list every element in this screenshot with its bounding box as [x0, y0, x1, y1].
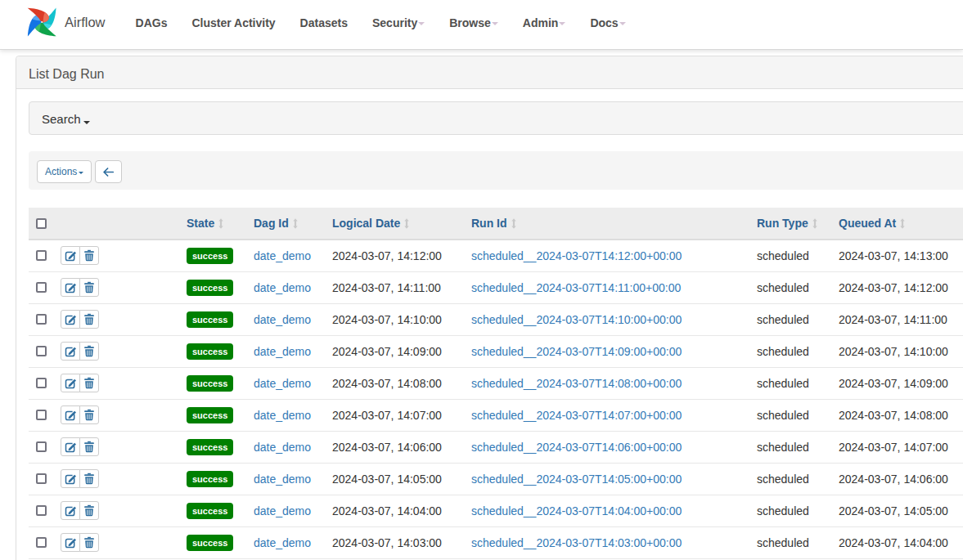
- column-header-label: Run Id: [471, 217, 507, 230]
- queued-at-cell: 2024-03-07, 14:11:00: [832, 303, 963, 335]
- edit-record-button[interactable]: [61, 437, 80, 456]
- row-checkbox[interactable]: [36, 378, 47, 388]
- table-row: successdate_demo2024-03-07, 14:09:00sche…: [29, 335, 963, 367]
- row-checkbox[interactable]: [36, 282, 47, 293]
- column-header-run-id[interactable]: Run Id: [465, 208, 750, 240]
- nav-item-docs[interactable]: Docs: [578, 0, 637, 43]
- search-dropdown[interactable]: Search: [29, 101, 963, 135]
- dag-run-table: StateDag IdLogical DateRun IdRun TypeQue…: [29, 208, 963, 559]
- edit-record-button[interactable]: [61, 469, 80, 488]
- column-header-run-type[interactable]: Run Type: [750, 208, 832, 240]
- logical-date-value: 2024-03-07, 14:12:00: [332, 249, 442, 262]
- logical-date-cell: 2024-03-07, 14:11:00: [326, 271, 465, 303]
- dag-id-link[interactable]: date_demo: [254, 377, 311, 390]
- dag-id-link[interactable]: date_demo: [254, 536, 311, 549]
- state-cell: success: [180, 240, 247, 271]
- logical-date-cell: 2024-03-07, 14:12:00: [326, 240, 465, 271]
- run-type-value: scheduled: [757, 377, 809, 390]
- row-actions-cell: [54, 431, 180, 463]
- dag-id-link[interactable]: date_demo: [254, 249, 311, 262]
- back-button[interactable]: [95, 160, 122, 183]
- column-header-queued-at[interactable]: Queued At: [832, 208, 963, 240]
- nav-item-security[interactable]: Security: [360, 0, 437, 43]
- delete-record-button[interactable]: [79, 246, 99, 265]
- run-id-link[interactable]: scheduled__2024-03-07T14:04:00+00:00: [471, 504, 682, 517]
- edit-record-button[interactable]: [61, 374, 80, 392]
- column-header-state[interactable]: State: [180, 208, 247, 240]
- edit-icon: [64, 473, 77, 486]
- edit-record-button[interactable]: [61, 246, 80, 265]
- search-label: Search: [42, 112, 81, 126]
- delete-record-button[interactable]: [79, 533, 99, 552]
- run-id-link[interactable]: scheduled__2024-03-07T14:10:00+00:00: [471, 313, 682, 326]
- run-id-link[interactable]: scheduled__2024-03-07T14:03:00+00:00: [471, 536, 682, 549]
- delete-record-button[interactable]: [79, 437, 99, 456]
- row-select-cell: [29, 367, 54, 399]
- column-header-dag-id[interactable]: Dag Id: [247, 208, 326, 240]
- run-type-value: scheduled: [757, 313, 809, 326]
- queued-at-cell: 2024-03-07, 14:13:00: [832, 240, 963, 271]
- dag-id-link[interactable]: date_demo: [254, 409, 311, 422]
- state-badge: success: [187, 248, 233, 264]
- edit-record-button[interactable]: [61, 342, 80, 361]
- delete-record-button[interactable]: [79, 310, 99, 329]
- edit-record-button[interactable]: [61, 533, 80, 552]
- row-checkbox[interactable]: [36, 250, 47, 261]
- edit-record-button[interactable]: [61, 278, 80, 297]
- dag-id-link[interactable]: date_demo: [254, 473, 311, 486]
- table-body: successdate_demo2024-03-07, 14:12:00sche…: [29, 240, 963, 558]
- nav-item-cluster-activity[interactable]: Cluster Activity: [179, 0, 287, 43]
- dag-id-link[interactable]: date_demo: [254, 313, 311, 326]
- run-id-link[interactable]: scheduled__2024-03-07T14:05:00+00:00: [471, 473, 682, 486]
- run-id-link[interactable]: scheduled__2024-03-07T14:11:00+00:00: [471, 281, 681, 294]
- run-id-link[interactable]: scheduled__2024-03-07T14:12:00+00:00: [471, 249, 682, 262]
- run-id-link[interactable]: scheduled__2024-03-07T14:07:00+00:00: [471, 409, 682, 422]
- row-checkbox[interactable]: [36, 505, 47, 516]
- state-cell: success: [180, 526, 247, 558]
- run-type-cell: scheduled: [750, 335, 832, 367]
- edit-record-button[interactable]: [61, 501, 80, 520]
- actions-header-cell: [54, 208, 180, 240]
- delete-record-button[interactable]: [79, 278, 99, 297]
- logical-date-cell: 2024-03-07, 14:06:00: [326, 431, 465, 463]
- nav-item-dags[interactable]: DAGs: [124, 0, 180, 43]
- delete-record-button[interactable]: [79, 405, 99, 424]
- column-header-logical-date[interactable]: Logical Date: [326, 208, 465, 240]
- row-checkbox[interactable]: [36, 441, 47, 452]
- row-checkbox[interactable]: [36, 410, 47, 420]
- row-checkbox[interactable]: [36, 314, 47, 325]
- run-id-link[interactable]: scheduled__2024-03-07T14:08:00+00:00: [471, 377, 682, 390]
- edit-record-button[interactable]: [61, 310, 80, 329]
- brand[interactable]: Airflow: [27, 7, 106, 37]
- row-checkbox[interactable]: [36, 346, 47, 356]
- nav-item-browse[interactable]: Browse: [437, 0, 511, 43]
- delete-record-button[interactable]: [79, 501, 99, 520]
- table-row: successdate_demo2024-03-07, 14:07:00sche…: [29, 399, 963, 431]
- edit-record-button[interactable]: [61, 405, 80, 424]
- dag-id-link[interactable]: date_demo: [254, 441, 311, 454]
- trash-icon: [83, 249, 95, 262]
- dag-id-link[interactable]: date_demo: [254, 281, 311, 294]
- nav-item-datasets[interactable]: Datasets: [288, 0, 360, 43]
- panel-heading: List Dag Run: [16, 56, 963, 89]
- table-row: successdate_demo2024-03-07, 14:06:00sche…: [29, 431, 963, 463]
- row-checkbox[interactable]: [36, 537, 47, 548]
- dag-id-link[interactable]: date_demo: [254, 504, 311, 517]
- row-checkbox[interactable]: [36, 473, 47, 484]
- delete-record-button[interactable]: [79, 469, 99, 488]
- dag-id-link[interactable]: date_demo: [254, 345, 311, 358]
- state-badge: success: [187, 407, 233, 423]
- queued-at-value: 2024-03-07, 14:10:00: [839, 345, 948, 358]
- table-header-row: StateDag IdLogical DateRun IdRun TypeQue…: [29, 208, 963, 240]
- actions-button[interactable]: Actions: [37, 160, 92, 183]
- trash-icon: [83, 313, 95, 325]
- run-id-link[interactable]: scheduled__2024-03-07T14:09:00+00:00: [471, 345, 682, 358]
- delete-record-button[interactable]: [79, 374, 99, 392]
- select-all-checkbox[interactable]: [36, 218, 47, 229]
- delete-record-button[interactable]: [79, 342, 99, 361]
- column-header-label: State: [187, 217, 214, 230]
- queued-at-cell: 2024-03-07, 14:07:00: [832, 431, 963, 463]
- run-id-link[interactable]: scheduled__2024-03-07T14:06:00+00:00: [471, 441, 682, 454]
- panel-body: Search Actions: [16, 89, 963, 560]
- nav-item-admin[interactable]: Admin: [511, 0, 578, 43]
